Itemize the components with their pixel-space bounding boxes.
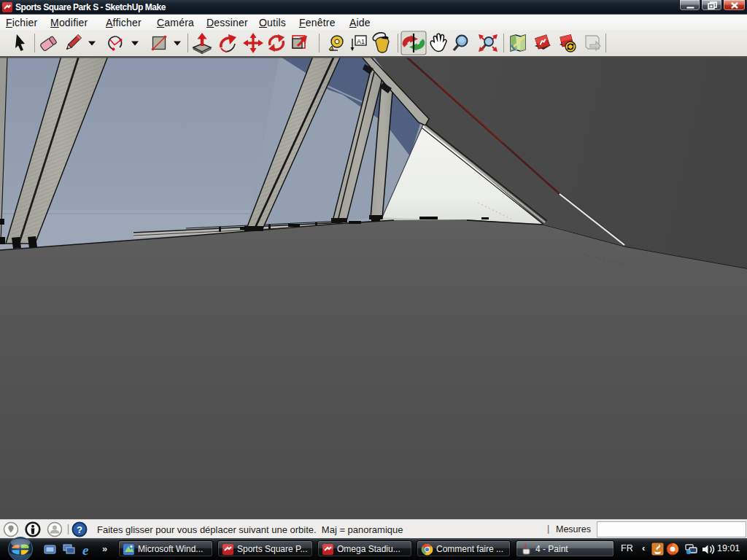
svg-text:e: e (82, 544, 89, 557)
svg-text:A1: A1 (357, 38, 365, 45)
svg-text:?: ? (77, 524, 82, 535)
